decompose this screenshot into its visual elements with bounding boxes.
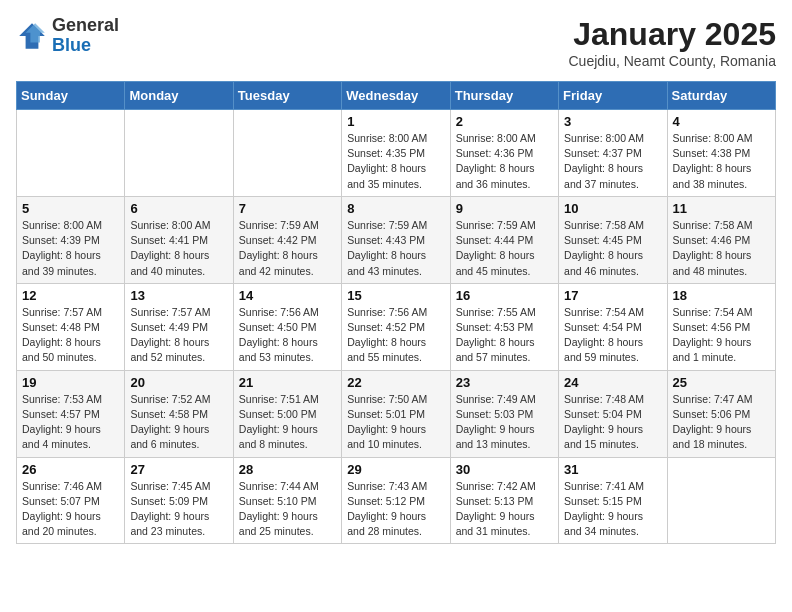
calendar-cell: 12Sunrise: 7:57 AM Sunset: 4:48 PM Dayli… bbox=[17, 283, 125, 370]
day-number: 15 bbox=[347, 288, 444, 303]
day-number: 12 bbox=[22, 288, 119, 303]
day-number: 5 bbox=[22, 201, 119, 216]
calendar-cell: 7Sunrise: 7:59 AM Sunset: 4:42 PM Daylig… bbox=[233, 196, 341, 283]
weekday-header: Sunday bbox=[17, 82, 125, 110]
day-number: 1 bbox=[347, 114, 444, 129]
day-number: 6 bbox=[130, 201, 227, 216]
day-number: 25 bbox=[673, 375, 770, 390]
day-number: 3 bbox=[564, 114, 661, 129]
day-number: 16 bbox=[456, 288, 553, 303]
day-info: Sunrise: 7:56 AM Sunset: 4:52 PM Dayligh… bbox=[347, 305, 444, 366]
day-number: 28 bbox=[239, 462, 336, 477]
calendar-cell: 28Sunrise: 7:44 AM Sunset: 5:10 PM Dayli… bbox=[233, 457, 341, 544]
day-number: 19 bbox=[22, 375, 119, 390]
day-number: 24 bbox=[564, 375, 661, 390]
logo-blue: Blue bbox=[52, 35, 91, 55]
day-info: Sunrise: 7:49 AM Sunset: 5:03 PM Dayligh… bbox=[456, 392, 553, 453]
calendar-week-row: 19Sunrise: 7:53 AM Sunset: 4:57 PM Dayli… bbox=[17, 370, 776, 457]
page-header: General Blue January 2025 Cuejdiu, Neamt… bbox=[16, 16, 776, 69]
calendar-cell: 27Sunrise: 7:45 AM Sunset: 5:09 PM Dayli… bbox=[125, 457, 233, 544]
logo-icon bbox=[16, 20, 48, 52]
calendar-cell: 11Sunrise: 7:58 AM Sunset: 4:46 PM Dayli… bbox=[667, 196, 775, 283]
day-info: Sunrise: 7:44 AM Sunset: 5:10 PM Dayligh… bbox=[239, 479, 336, 540]
calendar-cell: 30Sunrise: 7:42 AM Sunset: 5:13 PM Dayli… bbox=[450, 457, 558, 544]
day-info: Sunrise: 8:00 AM Sunset: 4:35 PM Dayligh… bbox=[347, 131, 444, 192]
day-info: Sunrise: 7:57 AM Sunset: 4:48 PM Dayligh… bbox=[22, 305, 119, 366]
day-info: Sunrise: 7:59 AM Sunset: 4:43 PM Dayligh… bbox=[347, 218, 444, 279]
calendar-cell: 24Sunrise: 7:48 AM Sunset: 5:04 PM Dayli… bbox=[559, 370, 667, 457]
day-number: 17 bbox=[564, 288, 661, 303]
calendar-cell: 2Sunrise: 8:00 AM Sunset: 4:36 PM Daylig… bbox=[450, 110, 558, 197]
calendar-cell: 29Sunrise: 7:43 AM Sunset: 5:12 PM Dayli… bbox=[342, 457, 450, 544]
day-number: 21 bbox=[239, 375, 336, 390]
day-number: 2 bbox=[456, 114, 553, 129]
day-number: 10 bbox=[564, 201, 661, 216]
day-number: 11 bbox=[673, 201, 770, 216]
weekday-header: Friday bbox=[559, 82, 667, 110]
day-info: Sunrise: 7:53 AM Sunset: 4:57 PM Dayligh… bbox=[22, 392, 119, 453]
calendar-cell bbox=[125, 110, 233, 197]
calendar-cell bbox=[233, 110, 341, 197]
day-info: Sunrise: 8:00 AM Sunset: 4:38 PM Dayligh… bbox=[673, 131, 770, 192]
day-info: Sunrise: 8:00 AM Sunset: 4:39 PM Dayligh… bbox=[22, 218, 119, 279]
calendar-cell: 25Sunrise: 7:47 AM Sunset: 5:06 PM Dayli… bbox=[667, 370, 775, 457]
calendar-cell: 16Sunrise: 7:55 AM Sunset: 4:53 PM Dayli… bbox=[450, 283, 558, 370]
day-info: Sunrise: 7:58 AM Sunset: 4:46 PM Dayligh… bbox=[673, 218, 770, 279]
day-number: 9 bbox=[456, 201, 553, 216]
day-info: Sunrise: 7:58 AM Sunset: 4:45 PM Dayligh… bbox=[564, 218, 661, 279]
day-info: Sunrise: 7:52 AM Sunset: 4:58 PM Dayligh… bbox=[130, 392, 227, 453]
day-info: Sunrise: 7:55 AM Sunset: 4:53 PM Dayligh… bbox=[456, 305, 553, 366]
weekday-header: Monday bbox=[125, 82, 233, 110]
day-number: 13 bbox=[130, 288, 227, 303]
calendar-cell: 18Sunrise: 7:54 AM Sunset: 4:56 PM Dayli… bbox=[667, 283, 775, 370]
day-info: Sunrise: 7:50 AM Sunset: 5:01 PM Dayligh… bbox=[347, 392, 444, 453]
calendar-week-row: 5Sunrise: 8:00 AM Sunset: 4:39 PM Daylig… bbox=[17, 196, 776, 283]
day-number: 30 bbox=[456, 462, 553, 477]
calendar: SundayMondayTuesdayWednesdayThursdayFrid… bbox=[16, 81, 776, 544]
calendar-cell: 6Sunrise: 8:00 AM Sunset: 4:41 PM Daylig… bbox=[125, 196, 233, 283]
logo: General Blue bbox=[16, 16, 119, 56]
calendar-cell: 31Sunrise: 7:41 AM Sunset: 5:15 PM Dayli… bbox=[559, 457, 667, 544]
calendar-cell: 1Sunrise: 8:00 AM Sunset: 4:35 PM Daylig… bbox=[342, 110, 450, 197]
calendar-week-row: 12Sunrise: 7:57 AM Sunset: 4:48 PM Dayli… bbox=[17, 283, 776, 370]
day-info: Sunrise: 7:45 AM Sunset: 5:09 PM Dayligh… bbox=[130, 479, 227, 540]
day-number: 8 bbox=[347, 201, 444, 216]
day-info: Sunrise: 7:54 AM Sunset: 4:56 PM Dayligh… bbox=[673, 305, 770, 366]
calendar-cell: 5Sunrise: 8:00 AM Sunset: 4:39 PM Daylig… bbox=[17, 196, 125, 283]
day-number: 4 bbox=[673, 114, 770, 129]
calendar-week-row: 1Sunrise: 8:00 AM Sunset: 4:35 PM Daylig… bbox=[17, 110, 776, 197]
day-info: Sunrise: 8:00 AM Sunset: 4:36 PM Dayligh… bbox=[456, 131, 553, 192]
day-info: Sunrise: 7:54 AM Sunset: 4:54 PM Dayligh… bbox=[564, 305, 661, 366]
logo-text: General Blue bbox=[52, 16, 119, 56]
calendar-cell: 13Sunrise: 7:57 AM Sunset: 4:49 PM Dayli… bbox=[125, 283, 233, 370]
calendar-cell bbox=[17, 110, 125, 197]
calendar-cell: 14Sunrise: 7:56 AM Sunset: 4:50 PM Dayli… bbox=[233, 283, 341, 370]
calendar-cell: 19Sunrise: 7:53 AM Sunset: 4:57 PM Dayli… bbox=[17, 370, 125, 457]
calendar-cell: 10Sunrise: 7:58 AM Sunset: 4:45 PM Dayli… bbox=[559, 196, 667, 283]
day-info: Sunrise: 7:42 AM Sunset: 5:13 PM Dayligh… bbox=[456, 479, 553, 540]
day-number: 26 bbox=[22, 462, 119, 477]
calendar-cell: 22Sunrise: 7:50 AM Sunset: 5:01 PM Dayli… bbox=[342, 370, 450, 457]
day-info: Sunrise: 7:46 AM Sunset: 5:07 PM Dayligh… bbox=[22, 479, 119, 540]
calendar-cell bbox=[667, 457, 775, 544]
title-block: January 2025 Cuejdiu, Neamt County, Roma… bbox=[568, 16, 776, 69]
location: Cuejdiu, Neamt County, Romania bbox=[568, 53, 776, 69]
day-number: 22 bbox=[347, 375, 444, 390]
day-number: 14 bbox=[239, 288, 336, 303]
day-info: Sunrise: 7:57 AM Sunset: 4:49 PM Dayligh… bbox=[130, 305, 227, 366]
day-info: Sunrise: 7:59 AM Sunset: 4:44 PM Dayligh… bbox=[456, 218, 553, 279]
day-info: Sunrise: 7:41 AM Sunset: 5:15 PM Dayligh… bbox=[564, 479, 661, 540]
calendar-cell: 26Sunrise: 7:46 AM Sunset: 5:07 PM Dayli… bbox=[17, 457, 125, 544]
calendar-cell: 15Sunrise: 7:56 AM Sunset: 4:52 PM Dayli… bbox=[342, 283, 450, 370]
weekday-header-row: SundayMondayTuesdayWednesdayThursdayFrid… bbox=[17, 82, 776, 110]
weekday-header: Tuesday bbox=[233, 82, 341, 110]
calendar-week-row: 26Sunrise: 7:46 AM Sunset: 5:07 PM Dayli… bbox=[17, 457, 776, 544]
day-number: 20 bbox=[130, 375, 227, 390]
day-number: 18 bbox=[673, 288, 770, 303]
day-info: Sunrise: 8:00 AM Sunset: 4:37 PM Dayligh… bbox=[564, 131, 661, 192]
day-info: Sunrise: 7:43 AM Sunset: 5:12 PM Dayligh… bbox=[347, 479, 444, 540]
calendar-cell: 4Sunrise: 8:00 AM Sunset: 4:38 PM Daylig… bbox=[667, 110, 775, 197]
day-number: 23 bbox=[456, 375, 553, 390]
weekday-header: Thursday bbox=[450, 82, 558, 110]
day-number: 27 bbox=[130, 462, 227, 477]
